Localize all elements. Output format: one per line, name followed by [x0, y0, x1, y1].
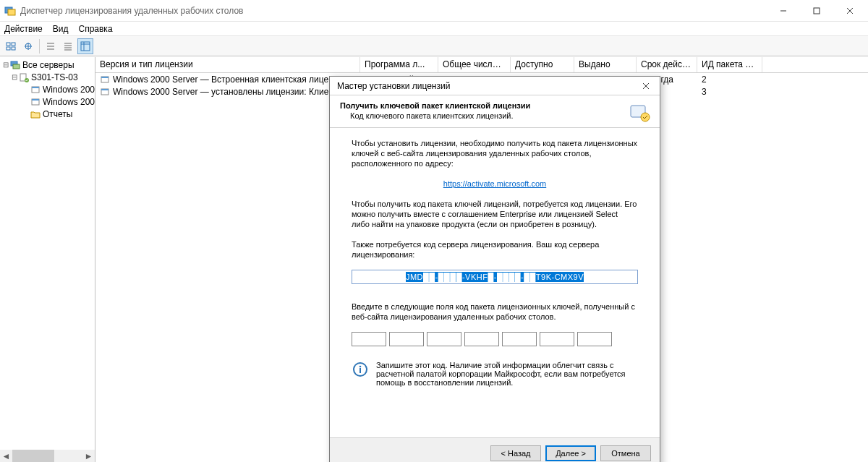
dialog-heading: Получить ключевой пакет клиентской лицен…: [340, 101, 650, 110]
dialog-titlebar: Мастер установки лицензий: [330, 77, 660, 95]
svg-rect-32: [101, 89, 109, 90]
title-bar: Диспетчер лицензирования удаленных рабоч…: [0, 0, 868, 22]
license-pack-icon: [30, 97, 41, 107]
key-input-5[interactable]: [502, 332, 537, 346]
svg-rect-40: [359, 368, 361, 373]
key-input-7[interactable]: [577, 332, 612, 346]
col-issued[interactable]: Выдано: [574, 57, 637, 72]
cancel-button[interactable]: Отмена: [600, 445, 651, 461]
expand-icon[interactable]: ⊟: [10, 73, 18, 81]
dialog-p1: Чтобы установить лицензии, необходимо по…: [352, 138, 638, 168]
menu-help[interactable]: Справка: [78, 24, 112, 34]
svg-rect-30: [101, 77, 109, 78]
expand-icon[interactable]: ⊟: [1, 61, 9, 69]
info-icon: [352, 361, 369, 378]
scroll-right-icon[interactable]: ►: [82, 450, 95, 462]
wizard-dialog: Мастер установки лицензий Получить ключе…: [329, 76, 660, 462]
tree-hscrollbar[interactable]: ◄ ►: [0, 450, 95, 462]
window-title: Диспетчер лицензирования удаленных рабоч…: [20, 6, 243, 16]
app-icon: [4, 5, 16, 17]
servers-icon: [9, 60, 21, 70]
svg-rect-22: [13, 64, 20, 69]
minimize-button[interactable]: [767, 0, 800, 22]
col-version[interactable]: Версия и тип лицензии: [95, 57, 360, 72]
dialog-p3: Также потребуется код сервера лицензиров…: [352, 239, 638, 260]
scroll-track[interactable]: [12, 450, 82, 462]
svg-rect-28: [32, 99, 39, 100]
cell-name: Windows 2000 Server — установлены лиценз…: [113, 87, 360, 97]
dialog-header: Получить ключевой пакет клиентской лицен…: [330, 95, 660, 128]
tree-reports[interactable]: Отчеты: [0, 108, 95, 120]
svg-rect-1: [8, 9, 15, 15]
col-available[interactable]: Доступно: [511, 57, 574, 72]
back-button[interactable]: < Назад: [490, 445, 541, 461]
svg-rect-18: [81, 42, 90, 51]
col-total[interactable]: Общее число ...: [438, 57, 511, 72]
server-activated-icon: [18, 72, 30, 82]
col-packid[interactable]: ИД пакета кл...: [697, 57, 762, 72]
svg-rect-26: [32, 87, 39, 88]
col-expiry[interactable]: Срок действия: [637, 57, 697, 72]
reports-folder-icon: [30, 109, 41, 119]
license-pack-icon: [30, 85, 41, 95]
tool-bar: [0, 36, 868, 56]
toolbar-btn-4[interactable]: [60, 38, 76, 54]
col-program[interactable]: Программа л...: [360, 57, 438, 72]
tree-server-label: S301-TS-03: [31, 72, 78, 82]
key-input-4[interactable]: [464, 332, 499, 346]
tree-root[interactable]: ⊟ Все серверы: [0, 59, 95, 71]
toolbar-btn-3[interactable]: [43, 38, 59, 54]
cell-pack: 3: [697, 87, 762, 97]
svg-rect-3: [814, 8, 820, 14]
dialog-p4: Введите в следующие поля код пакета лице…: [352, 301, 638, 322]
server-license-code-field[interactable]: JMD██-████-VKHF█-████-██T9K-CMX9V: [352, 270, 638, 284]
next-button[interactable]: Далее >: [545, 445, 596, 461]
license-key-icon: [628, 101, 651, 124]
tree-node-1-label: Windows 200: [43, 85, 95, 95]
maximize-button[interactable]: [800, 0, 833, 22]
tree-root-label: Все серверы: [22, 60, 75, 70]
cell-pack: 2: [697, 74, 762, 85]
scroll-thumb[interactable]: [12, 450, 54, 462]
tree-server[interactable]: ⊟ S301-TS-03: [0, 71, 95, 83]
tree-node-2[interactable]: Windows 200: [0, 95, 95, 108]
cell-name: Windows 2000 Server — Встроенная клиентс…: [113, 74, 360, 85]
tree-pane: ⊟ Все серверы ⊟ S301-TS-03 Windows 200 W…: [0, 57, 95, 462]
key-input-6[interactable]: [540, 332, 574, 346]
dialog-footer: < Назад Далее > Отмена: [330, 437, 660, 462]
dialog-close-button[interactable]: [635, 79, 657, 93]
menu-view[interactable]: Вид: [53, 24, 69, 34]
svg-rect-9: [12, 47, 15, 50]
key-input-row: [352, 332, 638, 346]
server-license-code: JMD██-████-VKHF█-████-██T9K-CMX9V: [406, 272, 584, 282]
dialog-title: Мастер установки лицензий: [337, 81, 450, 91]
svg-rect-7: [12, 43, 15, 46]
svg-rect-8: [7, 47, 10, 50]
dialog-subheading: Код ключевого пакета клиентских лицензий…: [350, 111, 650, 120]
activate-link[interactable]: https://activate.microsoft.com: [352, 179, 638, 189]
toolbar-separator: [39, 39, 40, 54]
license-icon: [100, 74, 110, 85]
key-input-1[interactable]: [352, 332, 386, 346]
license-icon: [100, 86, 110, 98]
tree-node-2-label: Windows 200: [43, 97, 95, 107]
key-input-3[interactable]: [427, 332, 461, 346]
column-headers: Версия и тип лицензии Программа л... Общ…: [95, 57, 868, 73]
toolbar-btn-2[interactable]: [20, 38, 36, 54]
tree-node-1[interactable]: Windows 200: [0, 83, 95, 95]
svg-point-36: [641, 113, 650, 121]
dialog-p2: Чтобы получить код пакета ключей лицензи…: [352, 199, 638, 229]
tree-reports-label: Отчеты: [43, 109, 72, 119]
toolbar-btn-details[interactable]: [77, 38, 93, 54]
close-button[interactable]: [833, 0, 867, 22]
menu-bar: Действие Вид Справка: [0, 22, 868, 36]
info-block: Запишите этот код. Наличие этой информац…: [352, 361, 638, 387]
menu-action[interactable]: Действие: [4, 24, 43, 34]
scroll-left-icon[interactable]: ◄: [0, 450, 12, 462]
toolbar-btn-1[interactable]: [3, 38, 19, 54]
dialog-body: Чтобы установить лицензии, необходимо по…: [330, 128, 660, 437]
svg-point-39: [359, 366, 362, 368]
info-text: Запишите этот код. Наличие этой информац…: [376, 361, 638, 387]
svg-rect-6: [7, 43, 10, 46]
key-input-2[interactable]: [389, 332, 424, 346]
